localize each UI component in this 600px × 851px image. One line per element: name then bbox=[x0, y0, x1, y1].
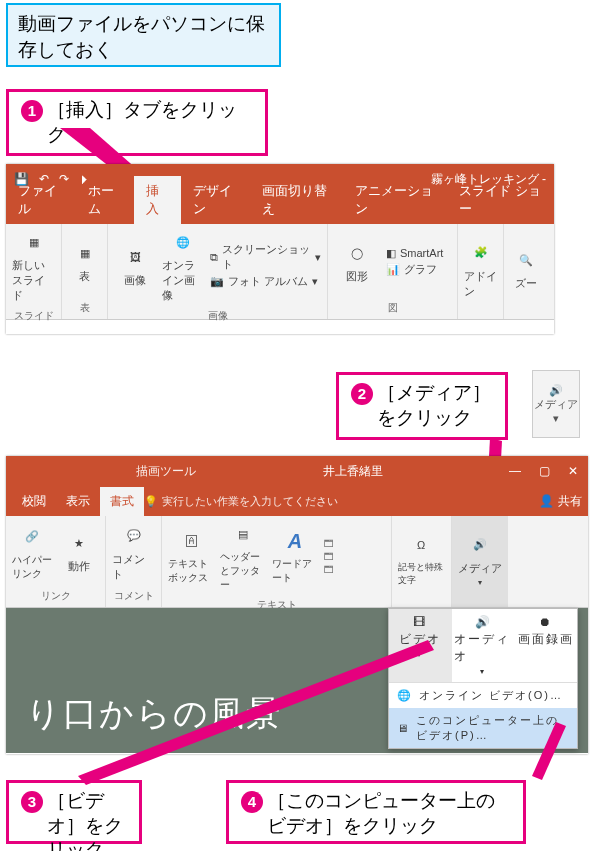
images-label: 画像 bbox=[124, 273, 146, 288]
textbox-label: テキストボックス bbox=[168, 557, 214, 585]
close-icon[interactable]: ✕ bbox=[568, 464, 578, 478]
media-screenrec-label: 画面録画 bbox=[518, 631, 574, 648]
tab-format[interactable]: 書式 bbox=[100, 487, 144, 516]
tab-insert[interactable]: 挿入 bbox=[134, 176, 181, 224]
media-screenrec-button[interactable]: ⏺ 画面録画 bbox=[514, 609, 577, 682]
hyperlink-button[interactable]: 🔗ハイパーリンク bbox=[12, 523, 53, 581]
titlebar2: 描画ツール 井上香緒里 — ▢ ✕ bbox=[6, 456, 588, 486]
zoom-button[interactable]: 🔍ズー bbox=[510, 246, 542, 291]
slide-text: り口からの風景 bbox=[26, 691, 282, 737]
group-comment-label: コメント bbox=[106, 587, 161, 607]
tab-slideshow[interactable]: スライド ショー bbox=[447, 176, 554, 224]
group-slide-label: スライド bbox=[6, 307, 61, 327]
tab-design[interactable]: デザイン bbox=[181, 176, 251, 224]
hyperlink-icon: 🔗 bbox=[18, 523, 46, 551]
media-dropdown: 🎞 ビデオ ▾ 🔊 オーディオ ▾ ⏺ 画面録画 🌐オンライン ビデオ(O)… … bbox=[388, 608, 578, 749]
maximize-icon[interactable]: ▢ bbox=[539, 464, 550, 478]
tell-me-box[interactable]: 💡実行したい作業を入力してください bbox=[144, 494, 539, 509]
header-footer-button[interactable]: ▤ヘッダーとフッター bbox=[220, 520, 266, 592]
images-icon: 🖼 bbox=[121, 243, 149, 271]
slide-preview: り口からの風景 🎞 ビデオ ▾ 🔊 オーディオ ▾ ⏺ 画面録画 bbox=[6, 608, 588, 753]
wordart-button[interactable]: Aワードアート bbox=[272, 527, 318, 585]
smartart-button[interactable]: ◧SmartArt bbox=[386, 247, 443, 260]
online-video-icon: 🌐 bbox=[397, 689, 413, 702]
chart-label: グラフ bbox=[404, 262, 437, 277]
tab-review[interactable]: 校閲 bbox=[12, 487, 56, 516]
screenshot-media-menu: 描画ツール 井上香緒里 — ▢ ✕ 校閲 表示 書式 💡実行したい作業を入力して… bbox=[6, 456, 588, 754]
tell-me-label: 実行したい作業を入力してください bbox=[162, 494, 338, 509]
photo-album-label: フォト アルバム bbox=[228, 274, 308, 289]
callout-1-number: 1 bbox=[21, 100, 43, 122]
misc-text-icon-1[interactable]: 🗔 bbox=[324, 538, 334, 549]
pc-video-icon: 🖥 bbox=[397, 722, 410, 734]
chevron-down-icon: ▾ bbox=[478, 578, 482, 587]
online-video-label: オンライン ビデオ(O)… bbox=[419, 688, 563, 703]
callout-2-text: ［メディア］をクリック bbox=[377, 381, 493, 430]
group-illustrations-label: 図 bbox=[328, 299, 457, 319]
shapes-button[interactable]: ◯図形 bbox=[334, 239, 380, 284]
images-button[interactable]: 🖼画像 bbox=[114, 243, 156, 288]
shapes-icon: ◯ bbox=[343, 239, 371, 267]
callout-4: 4 ［このコンピューター上のビデオ］をクリック bbox=[226, 780, 526, 844]
smartart-icon: ◧ bbox=[386, 247, 396, 260]
addins-label: アドイン bbox=[464, 269, 497, 299]
tab-home[interactable]: ホーム bbox=[76, 176, 134, 224]
callout-4-number: 4 bbox=[241, 791, 263, 813]
tab-animations[interactable]: アニメーション bbox=[343, 176, 447, 224]
new-slide-label: 新しいスライド bbox=[12, 258, 55, 303]
media-audio-label: オーディオ bbox=[454, 631, 513, 665]
media-button[interactable]: 🔊メディア▾ bbox=[458, 531, 502, 587]
ribbon-tabs-2: 校閲 表示 書式 💡実行したい作業を入力してください 👤共有 bbox=[6, 486, 588, 516]
tab-transitions[interactable]: 画面切り替え bbox=[250, 176, 343, 224]
symbols-button[interactable]: Ω記号と特殊文字 bbox=[398, 531, 444, 587]
callout-1: 1 ［挿入］タブをクリック bbox=[6, 89, 268, 156]
minimize-icon[interactable]: — bbox=[509, 464, 521, 478]
screenshot-insert-tab: 💾 ↶ ↷ ⏵ 霧ヶ峰トレッキング - ファイル ホーム 挿入 デザイン 画面切… bbox=[6, 164, 554, 334]
group-link-label: リンク bbox=[6, 587, 105, 607]
chevron-down-icon: ▾ bbox=[480, 667, 486, 676]
symbols-label: 記号と特殊文字 bbox=[398, 561, 444, 587]
misc-text-icon-3[interactable]: 🗔 bbox=[324, 564, 334, 575]
action-button[interactable]: ★動作 bbox=[59, 529, 100, 574]
zoom-icon: 🔍 bbox=[512, 246, 540, 274]
group-addins-label bbox=[458, 313, 503, 319]
screenshot-label: スクリーンショット bbox=[222, 242, 311, 272]
media-group-fragment[interactable]: 🔊 メディア ▾ bbox=[532, 370, 580, 438]
online-images-button[interactable]: 🌐オンライン画像 bbox=[162, 228, 204, 303]
share-button[interactable]: 👤共有 bbox=[539, 493, 582, 510]
textbox-icon: 🄰 bbox=[177, 527, 205, 555]
misc-text-icon-2[interactable]: 🗔 bbox=[324, 551, 334, 562]
media-audio-button[interactable]: 🔊 オーディオ ▾ bbox=[452, 609, 515, 682]
table-icon: ▦ bbox=[71, 239, 99, 267]
new-slide-button[interactable]: ▦新しいスライド bbox=[12, 228, 55, 303]
hyperlink-label: ハイパーリンク bbox=[12, 553, 53, 581]
online-video-item[interactable]: 🌐オンライン ビデオ(O)… bbox=[389, 683, 577, 708]
zoom-label: ズー bbox=[515, 276, 537, 291]
screenshot-button[interactable]: ⧉スクリーンショット ▾ bbox=[210, 242, 321, 272]
callout-3: 3 ［ビデオ］をクリック bbox=[6, 780, 142, 844]
chevron-down-icon: ▾ bbox=[553, 412, 559, 425]
lightbulb-icon: 💡 bbox=[144, 495, 158, 508]
group-table-label: 表 bbox=[62, 299, 107, 319]
textbox-button[interactable]: 🄰テキストボックス bbox=[168, 527, 214, 585]
ribbon: ▦新しいスライド スライド ▦表 表 🖼画像 🌐オンライン画像 ⧉スクリーンショ… bbox=[6, 224, 554, 320]
ribbon-tabs: ファイル ホーム 挿入 デザイン 画面切り替え アニメーション スライド ショー bbox=[6, 194, 554, 224]
callout-3-text: ［ビデオ］をクリック bbox=[47, 789, 127, 851]
smartart-label: SmartArt bbox=[400, 247, 443, 259]
table-button[interactable]: ▦表 bbox=[68, 239, 101, 284]
media-video-button[interactable]: 🎞 ビデオ ▾ bbox=[389, 609, 452, 682]
tab-file[interactable]: ファイル bbox=[6, 176, 76, 224]
this-pc-video-item[interactable]: 🖥このコンピューター上のビデオ(P)… bbox=[389, 708, 577, 748]
tab-view[interactable]: 表示 bbox=[56, 487, 100, 516]
addins-icon: 🧩 bbox=[467, 239, 495, 267]
addins-button[interactable]: 🧩アドイン bbox=[464, 239, 497, 299]
online-images-label: オンライン画像 bbox=[162, 258, 204, 303]
symbols-icon: Ω bbox=[407, 531, 435, 559]
chart-icon: 📊 bbox=[386, 263, 400, 276]
media-speaker-icon: 🔊 bbox=[466, 531, 494, 559]
comment-button[interactable]: 💬コメント bbox=[112, 522, 155, 582]
speaker-icon: 🔊 bbox=[549, 384, 563, 397]
callout-4-text: ［このコンピューター上のビデオ］をクリック bbox=[267, 789, 511, 838]
photo-album-button[interactable]: 📷フォト アルバム ▾ bbox=[210, 274, 321, 289]
chart-button[interactable]: 📊グラフ bbox=[386, 262, 443, 277]
